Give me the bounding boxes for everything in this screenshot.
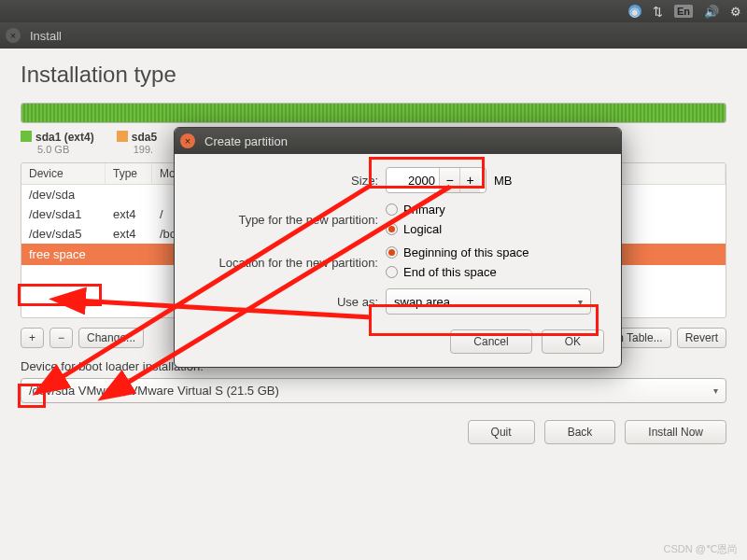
change-partition-button[interactable]: Change... xyxy=(78,328,144,348)
language-indicator[interactable]: En xyxy=(674,5,693,18)
window-title: Install xyxy=(30,29,62,43)
remove-partition-button[interactable]: − xyxy=(49,328,73,348)
install-now-button[interactable]: Install Now xyxy=(625,420,726,444)
watermark: CSDN @℃恩尚 xyxy=(664,542,738,556)
legend-item: sda1 (ext4) 5.0 GB xyxy=(21,131,94,155)
size-unit: MB xyxy=(494,174,513,188)
cancel-button[interactable]: Cancel xyxy=(450,329,531,354)
close-icon[interactable]: × xyxy=(6,28,21,43)
gear-icon[interactable]: ⚙ xyxy=(730,5,741,19)
partition-location-label: Location for the new partition: xyxy=(191,256,378,270)
col-type[interactable]: Type xyxy=(106,163,152,185)
sound-icon[interactable]: 🔊 xyxy=(704,5,719,19)
partition-type-label: Type for the new partition: xyxy=(191,213,378,227)
revert-button[interactable]: Revert xyxy=(677,328,726,348)
ok-button[interactable]: OK xyxy=(542,329,604,354)
size-input[interactable] xyxy=(387,174,439,188)
add-partition-button[interactable]: + xyxy=(21,328,44,348)
col-device[interactable]: Device xyxy=(21,163,106,185)
legend-item: sda5 199. xyxy=(117,131,157,155)
page-title: Installation type xyxy=(21,62,726,88)
window-titlebar: × Install xyxy=(0,22,747,49)
back-button[interactable]: Back xyxy=(544,420,616,444)
size-label: Size: xyxy=(191,174,378,188)
radio-logical[interactable]: Logical xyxy=(386,222,604,236)
accessibility-icon[interactable]: ◉ xyxy=(628,5,641,18)
dialog-titlebar: × Create partition xyxy=(175,128,621,154)
close-icon[interactable]: × xyxy=(180,133,195,148)
size-spinner[interactable]: − + xyxy=(386,167,486,193)
chevron-down-icon: ▾ xyxy=(578,297,583,307)
quit-button[interactable]: Quit xyxy=(468,420,535,444)
radio-beginning[interactable]: Beginning of this space xyxy=(386,245,604,259)
top-panel: ◉ ⇅ En 🔊 ⚙ xyxy=(0,0,747,22)
partition-bar xyxy=(21,103,726,123)
create-partition-dialog: × Create partition Size: − + MB Type for… xyxy=(174,127,622,368)
use-as-label: Use as: xyxy=(191,295,378,309)
chevron-down-icon: ▾ xyxy=(713,385,718,396)
radio-primary[interactable]: Primary xyxy=(386,203,604,217)
use-as-select[interactable]: swap area ▾ xyxy=(386,288,591,315)
boot-loader-select[interactable]: /dev/sda VMware, VMware Virtual S (21.5 … xyxy=(21,378,726,403)
radio-end[interactable]: End of this space xyxy=(386,265,604,279)
dialog-title: Create partition xyxy=(204,134,288,148)
wizard-buttons: Quit Back Install Now xyxy=(21,420,726,444)
network-icon[interactable]: ⇅ xyxy=(653,5,663,19)
spin-down-button[interactable]: − xyxy=(439,168,459,192)
spin-up-button[interactable]: + xyxy=(459,168,480,192)
